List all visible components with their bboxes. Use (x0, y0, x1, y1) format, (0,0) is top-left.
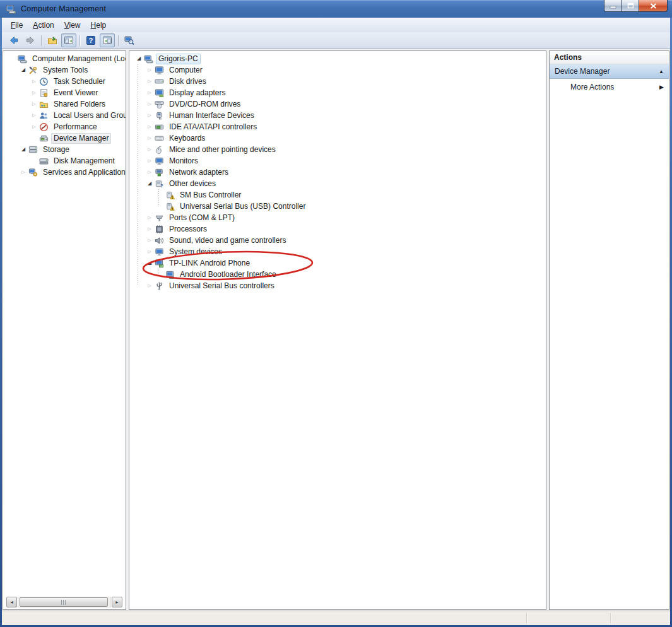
expand-expander-icon[interactable]: ▷ (145, 76, 154, 87)
menu-action[interactable]: Action (28, 19, 59, 32)
tree-guide-line (138, 64, 138, 286)
horizontal-scrollbar[interactable]: ◄ ► (6, 597, 122, 607)
maximize-button[interactable] (622, 0, 639, 12)
toolbar-scan-button[interactable] (122, 33, 137, 47)
tree-item-processors[interactable]: ▷Processors (131, 223, 546, 235)
expand-expander-icon[interactable]: ▷ (30, 110, 38, 121)
tree-item-mice-and-other-pointing-devices[interactable]: ▷Mice and other pointing devices (131, 144, 546, 155)
expand-expander-icon[interactable]: ▷ (30, 98, 38, 110)
tree-item-label: DVD/CD-ROM drives (167, 99, 243, 110)
collapse-expander-icon[interactable]: ◢ (145, 257, 154, 269)
tree-item-performance[interactable]: ▷Performance (4, 121, 126, 132)
collapse-expander-icon[interactable]: ◢ (145, 178, 154, 189)
tree-item-system-devices[interactable]: ▷System devices (131, 246, 546, 257)
expand-expander-icon[interactable]: ▷ (145, 121, 154, 132)
expand-expander-icon[interactable]: ▷ (30, 87, 38, 98)
tree-item-display-adapters[interactable]: ▷Display adapters (131, 87, 546, 98)
scrollbar-track[interactable] (18, 597, 111, 607)
actions-group-device-manager[interactable]: Device Manager ▲ (550, 64, 669, 79)
toolbar-action-pane-button[interactable] (100, 33, 115, 47)
toolbar-help-button[interactable]: ? (83, 33, 98, 47)
tree-item-universal-serial-bus-controllers[interactable]: ▷Universal Serial Bus controllers (131, 280, 546, 291)
actions-group-title: Device Manager (555, 67, 610, 76)
tree-item-disk-management[interactable]: Disk Management (4, 155, 126, 167)
expand-expander-icon[interactable]: ▷ (19, 167, 28, 178)
tree-item-sound-video-and-game-controllers[interactable]: ▷Sound, video and game controllers (131, 235, 546, 246)
toolbar-export-button[interactable] (45, 33, 60, 47)
expand-expander-icon[interactable]: ▷ (145, 87, 154, 98)
computer-mgmt-icon (143, 54, 153, 64)
expand-expander-icon[interactable]: ▷ (145, 132, 154, 144)
close-icon (650, 3, 657, 9)
action-pane-icon (102, 35, 112, 45)
window-title: Computer Management (21, 4, 106, 13)
tree-item-tp-link-android-phone[interactable]: ◢TP-LINK Android Phone (131, 257, 546, 269)
expand-expander-icon[interactable]: ▷ (145, 212, 154, 223)
disk-mgmt-icon (38, 156, 49, 166)
task-scheduler-icon (38, 76, 49, 86)
expand-expander-icon[interactable]: ▷ (145, 280, 154, 291)
tree-item-services-and-applications[interactable]: ▷Services and Applications (4, 167, 126, 178)
expand-expander-icon[interactable]: ▷ (145, 246, 154, 257)
expand-expander-icon[interactable]: ▷ (145, 223, 154, 235)
tree-item-task-scheduler[interactable]: ▷Task Scheduler (4, 76, 126, 87)
tree-item-shared-folders[interactable]: ▷Shared Folders (4, 98, 126, 110)
expand-expander-icon[interactable]: ▷ (30, 76, 38, 87)
tree-item-label: Universal Serial Bus (USB) Controller (177, 201, 308, 212)
svg-text:?: ? (89, 37, 93, 44)
expand-expander-icon[interactable]: ▷ (145, 64, 154, 76)
tree-item-android-bootloader-interface[interactable]: Android Bootloader Interface (131, 269, 546, 280)
tree-item-ports-com-lpt[interactable]: ▷Ports (COM & LPT) (131, 212, 546, 223)
expand-expander-icon[interactable]: ▷ (145, 110, 154, 121)
tree-item-computer[interactable]: ▷Computer (131, 64, 546, 76)
tree-item-label: SM Bus Controller (177, 190, 244, 201)
collapse-arrow-icon[interactable]: ▲ (659, 69, 664, 74)
tree-item-storage[interactable]: ◢Storage (4, 144, 126, 155)
toolbar-forward-button[interactable] (23, 33, 38, 47)
expand-expander-icon[interactable]: ▷ (145, 167, 154, 178)
tree-item-computer-management-local[interactable]: Computer Management (Local) (4, 53, 126, 64)
minimize-button[interactable] (604, 0, 622, 12)
tree-item-human-interface-devices[interactable]: ▷Human Interface Devices (131, 110, 546, 121)
tree-item-network-adapters[interactable]: ▷Network adapters (131, 167, 546, 178)
collapse-expander-icon[interactable]: ◢ (19, 64, 28, 76)
close-button[interactable] (639, 0, 668, 12)
unknown-warning-icon (165, 201, 175, 211)
tree-item-device-manager[interactable]: Device Manager (4, 132, 126, 144)
expand-expander-icon[interactable]: ▷ (30, 121, 38, 132)
expand-expander-icon[interactable]: ▷ (145, 155, 154, 167)
toolbar-back-button[interactable] (6, 33, 21, 47)
expand-expander-icon[interactable]: ▷ (145, 235, 154, 246)
tree-item-local-users-and-groups[interactable]: ▷Local Users and Groups (4, 110, 126, 121)
collapse-expander-icon[interactable]: ◢ (134, 53, 143, 64)
tree-item-label: Ports (COM & LPT) (167, 213, 237, 223)
toolbar-console-tree-button[interactable] (61, 33, 76, 47)
tree-item-dvd-cd-rom-drives[interactable]: ▷DVD/CD-ROM drives (131, 98, 546, 110)
tree-item-event-viewer[interactable]: ▷Event Viewer (4, 87, 126, 98)
more-actions-item[interactable]: More Actions ▶ (550, 79, 669, 95)
tree-item-label: Android Bootloader Interface (177, 269, 279, 280)
menu-view[interactable]: View (59, 19, 86, 32)
tree-item-other-devices[interactable]: ◢?Other devices (131, 178, 546, 189)
tree-item-label: Other devices (167, 179, 218, 189)
console-tree-icon (64, 35, 74, 45)
tree-item-ide-ata-atapi-controllers[interactable]: ▷IDE ATA/ATAPI controllers (131, 121, 546, 132)
scrollbar-thumb[interactable] (20, 597, 108, 607)
menu-help[interactable]: Help (86, 19, 112, 32)
scroll-left-button[interactable]: ◄ (6, 597, 17, 607)
system-tools-icon (28, 65, 38, 75)
collapse-expander-icon[interactable]: ◢ (19, 144, 28, 155)
expand-expander-icon[interactable]: ▷ (145, 144, 154, 155)
tree-item-grigoris-pc[interactable]: ◢Grigoris-PC (131, 53, 546, 64)
tree-guide-line (158, 269, 159, 274)
tree-item-label: Computer Management (Local) (30, 54, 126, 64)
tree-item-disk-drives[interactable]: ▷Disk drives (131, 76, 546, 87)
tree-item-keyboards[interactable]: ▷Keyboards (131, 132, 546, 144)
tree-item-system-tools[interactable]: ◢System Tools (4, 64, 126, 76)
tree-item-universal-serial-bus-usb-controller[interactable]: Universal Serial Bus (USB) Controller (131, 201, 546, 212)
scroll-right-button[interactable]: ► (112, 597, 122, 607)
menu-file[interactable]: File (6, 19, 28, 32)
expand-expander-icon[interactable]: ▷ (145, 98, 154, 110)
tree-item-monitors[interactable]: ▷Monitors (131, 155, 546, 167)
tree-item-sm-bus-controller[interactable]: SM Bus Controller (131, 189, 546, 201)
